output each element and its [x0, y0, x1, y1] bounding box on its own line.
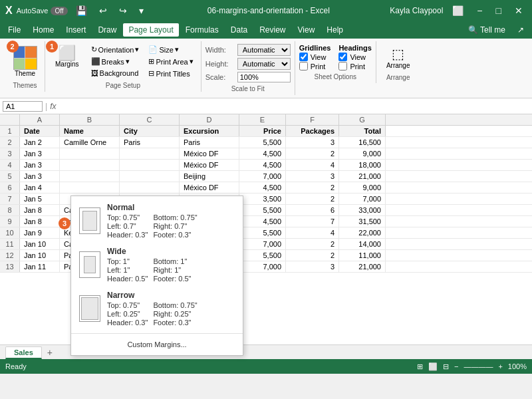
cell-11-g[interactable]: 14,000: [339, 239, 386, 249]
cell-2-a[interactable]: Jan 2: [20, 137, 60, 148]
cell-7-f[interactable]: 2: [286, 194, 339, 204]
ribbon-toggle-button[interactable]: ⬜: [448, 4, 467, 17]
cell-10-e[interactable]: 5,500: [239, 227, 286, 238]
headings-view-check[interactable]: [338, 53, 347, 61]
cell-5-c[interactable]: [120, 171, 180, 182]
cell-10-g[interactable]: 22,000: [339, 227, 386, 238]
autosave-toggle[interactable]: AutoSave Off: [17, 7, 68, 15]
cell-6-b[interactable]: [60, 182, 120, 193]
cell-6-e[interactable]: 4,500: [239, 182, 286, 193]
cell-8-a[interactable]: Jan 8: [20, 205, 60, 215]
cell-2-b[interactable]: Camille Orne: [60, 137, 120, 148]
cell-9-e[interactable]: 4,500: [239, 216, 286, 227]
cell-6-d[interactable]: México DF: [180, 182, 239, 193]
cell-4-e[interactable]: 4,500: [239, 160, 286, 170]
cell-2-f[interactable]: 3: [286, 137, 339, 148]
cell-5-f[interactable]: 3: [286, 171, 339, 182]
margins-button[interactable]: 1 ⬜ Margins: [49, 44, 85, 70]
cell-1-c[interactable]: City: [120, 126, 180, 136]
cell-12-e[interactable]: 5,500: [239, 250, 286, 261]
zoom-in-button[interactable]: +: [498, 362, 502, 370]
scale-input[interactable]: [237, 72, 291, 82]
cell-3-b[interactable]: [60, 148, 120, 159]
cell-3-a[interactable]: Jan 3: [20, 148, 60, 159]
menu-data[interactable]: Data: [225, 23, 253, 37]
print-titles-button[interactable]: ⊟ Print Titles: [145, 68, 196, 79]
gridlines-view-row[interactable]: View: [299, 53, 331, 61]
zoom-slider[interactable]: ————: [464, 362, 493, 370]
menu-file[interactable]: File: [3, 23, 26, 37]
gridlines-print-row[interactable]: Print: [299, 62, 331, 70]
menu-page-layout[interactable]: Page Layout: [123, 23, 178, 37]
cell-6-c[interactable]: [120, 182, 180, 193]
cell-8-f[interactable]: 6: [286, 205, 339, 215]
cell-12-g[interactable]: 11,000: [339, 250, 386, 261]
background-button[interactable]: 🖼 Background: [88, 68, 143, 78]
orientation-button[interactable]: ↻ Orientation ▾: [88, 44, 143, 55]
formula-input[interactable]: [59, 102, 529, 111]
view-page-layout-icon[interactable]: ⬜: [428, 362, 438, 371]
cell-12-a[interactable]: Jan 10: [20, 250, 60, 261]
redo-button[interactable]: ↪: [115, 4, 131, 17]
cell-4-d[interactable]: México DF: [180, 160, 239, 170]
cell-12-f[interactable]: 2: [286, 250, 339, 261]
cell-10-a[interactable]: Jan 9: [20, 227, 60, 238]
cell-7-a[interactable]: Jan 5: [20, 194, 60, 204]
menu-help[interactable]: Help: [321, 23, 348, 37]
cell-8-g[interactable]: 33,000: [339, 205, 386, 215]
margin-option-wide[interactable]: Wide Top: 1" Left: 1" Header: 0.5" Botto…: [71, 243, 243, 287]
undo-button[interactable]: ↩: [95, 4, 111, 17]
cell-5-d[interactable]: Beijing: [180, 171, 239, 182]
cell-3-d[interactable]: México DF: [180, 148, 239, 159]
cell-7-g[interactable]: 7,000: [339, 194, 386, 204]
save-button[interactable]: 💾: [72, 4, 91, 17]
headings-print-row[interactable]: Print: [338, 62, 372, 70]
cell-11-f[interactable]: 2: [286, 239, 339, 249]
menu-review[interactable]: Review: [254, 23, 291, 37]
cell-4-c[interactable]: [120, 160, 180, 170]
view-page-break-icon[interactable]: ⊟: [443, 362, 449, 371]
cell-11-e[interactable]: 7,000: [239, 239, 286, 249]
cell-5-g[interactable]: 21,000: [339, 171, 386, 182]
cell-4-g[interactable]: 18,000: [339, 160, 386, 170]
add-sheet-button[interactable]: +: [43, 346, 57, 359]
cell-9-a[interactable]: Jan 8: [20, 216, 60, 227]
cell-4-b[interactable]: [60, 160, 120, 170]
cell-9-g[interactable]: 31,500: [339, 216, 386, 227]
cell-9-f[interactable]: 7: [286, 216, 339, 227]
cell-13-f[interactable]: 3: [286, 261, 339, 272]
cell-6-a[interactable]: Jan 4: [20, 182, 60, 193]
close-button[interactable]: ✕: [511, 4, 527, 17]
tell-me-input[interactable]: 🔍 Tell me: [463, 23, 511, 37]
size-button[interactable]: 📄 Size ▾: [145, 44, 196, 55]
cell-1-f[interactable]: Packages: [286, 126, 339, 136]
breaks-button[interactable]: ⬛ Breaks ▾: [88, 56, 143, 67]
cell-2-d[interactable]: Paris: [180, 137, 239, 148]
share-button[interactable]: ↗: [512, 23, 529, 37]
cell-5-e[interactable]: 7,000: [239, 171, 286, 182]
quick-access-more[interactable]: ▾: [135, 4, 148, 17]
cell-10-f[interactable]: 4: [286, 227, 339, 238]
cell-4-a[interactable]: Jan 3: [20, 160, 60, 170]
cell-13-e[interactable]: 7,000: [239, 261, 286, 272]
cell-3-c[interactable]: [120, 148, 180, 159]
headings-print-check[interactable]: [338, 62, 347, 70]
margin-option-narrow[interactable]: Narrow Top: 0.75" Left: 0.25" Header: 0.…: [71, 287, 243, 331]
name-box[interactable]: [3, 101, 43, 112]
cell-1-e[interactable]: Price: [239, 126, 286, 136]
menu-insert[interactable]: Insert: [61, 23, 91, 37]
cell-2-g[interactable]: 16,500: [339, 137, 386, 148]
width-select[interactable]: Automatic: [237, 44, 291, 56]
arrange-button[interactable]: ⬚ Arrange: [380, 44, 416, 71]
gridlines-print-check[interactable]: [299, 62, 308, 70]
cell-6-f[interactable]: 2: [286, 182, 339, 193]
margin-option-normal[interactable]: Normal Top: 0.75" Left: 0.7" Header: 0.3…: [71, 199, 243, 243]
cell-3-g[interactable]: 9,000: [339, 148, 386, 159]
cell-3-e[interactable]: 4,500: [239, 148, 286, 159]
cell-3-f[interactable]: 2: [286, 148, 339, 159]
menu-draw[interactable]: Draw: [92, 23, 122, 37]
gridlines-view-check[interactable]: [299, 53, 308, 61]
minimize-button[interactable]: −: [473, 4, 486, 17]
cell-8-e[interactable]: 5,500: [239, 205, 286, 215]
headings-view-row[interactable]: View: [338, 53, 372, 61]
